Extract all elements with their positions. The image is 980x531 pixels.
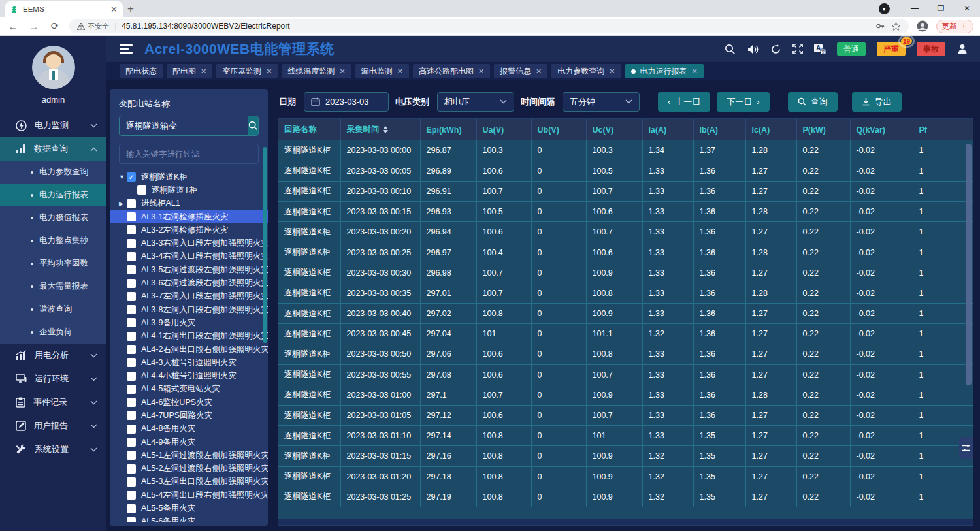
next-day-button[interactable]: 下一日 › xyxy=(717,92,769,112)
table-row[interactable]: 逐桐隧道K柜2023-03-03 01:00297.1100.70100.91.… xyxy=(278,385,973,405)
tree-filter-input[interactable] xyxy=(119,144,259,164)
tree-checkbox[interactable] xyxy=(127,305,136,314)
table-row[interactable]: 逐桐隧道K柜2023-03-03 00:30296.98100.70100.91… xyxy=(278,263,973,283)
tree-checkbox[interactable] xyxy=(127,332,136,341)
column-header-Uc(V)[interactable]: Uc(V) xyxy=(586,119,642,140)
workspace-tab-高速公路配电图[interactable]: 高速公路配电图✕ xyxy=(413,64,490,78)
table-row[interactable]: 逐桐隧道K柜2023-03-03 01:25297.19100.80100.91… xyxy=(278,487,973,507)
sidebar-item-电力监测[interactable]: 电力监测 xyxy=(0,114,106,137)
tree-item[interactable]: AL5-6备用火灾 xyxy=(110,515,268,522)
window-close-button[interactable]: ✕ xyxy=(954,0,980,17)
submenu-item-电力整点集抄[interactable]: 电力整点集抄 xyxy=(0,229,106,252)
tree-item[interactable]: AL3-5右洞过渡段左侧加强照明火灾 xyxy=(110,263,268,276)
column-header-Q(kVar)[interactable]: Q(kVar) xyxy=(850,119,913,140)
back-icon[interactable]: ← xyxy=(7,21,20,32)
column-header-回路名称[interactable]: 回路名称 xyxy=(278,119,340,140)
password-key-icon[interactable] xyxy=(875,22,885,31)
submenu-item-电力参数查询[interactable]: 电力参数查询 xyxy=(0,161,106,184)
tree-item[interactable]: AL3-3右洞入口段左侧加强照明火灾 xyxy=(110,236,268,249)
table-row[interactable]: 逐桐隧道K柜2023-03-03 01:10297.14100.801011.3… xyxy=(278,426,973,446)
tree-checkbox[interactable] xyxy=(127,425,136,434)
window-restore-button[interactable]: ❐ xyxy=(928,0,954,17)
tree-item[interactable]: AL4-2右洞出口段右侧加强照明火灾 xyxy=(110,343,268,356)
tab-close-icon[interactable]: ✕ xyxy=(339,67,345,76)
tree-item[interactable]: AL4-1右洞出口段左侧加强照明火灾 xyxy=(110,330,268,343)
interval-select[interactable]: 五分钟 xyxy=(563,92,640,112)
browser-tab[interactable]: EEMS ✕ xyxy=(5,1,123,17)
table-row[interactable]: 逐桐隧道K柜2023-03-03 00:00296.87100.30100.31… xyxy=(278,140,973,161)
tree-item[interactable]: AL3-2左洞检修插座火灾 xyxy=(110,223,268,236)
caret-down-icon[interactable]: ▼ xyxy=(119,174,127,180)
tree-item[interactable]: ▶进线柜AL1 xyxy=(110,197,268,210)
column-header-Ia(A)[interactable]: Ia(A) xyxy=(642,119,693,140)
sidebar-item-用户报告[interactable]: 用户报告 xyxy=(0,414,106,438)
column-header-Ic(A)[interactable]: Ic(A) xyxy=(745,119,796,140)
tree-item[interactable]: AL5-4左洞出口段右侧加强照明火灾 xyxy=(110,489,268,502)
tab-close-icon[interactable]: ✕ xyxy=(478,67,484,76)
table-row[interactable]: 逐桐隧道K柜2023-03-03 01:20297.18100.80100.91… xyxy=(278,466,973,487)
workspace-tab-配电状态[interactable]: 配电状态 xyxy=(120,64,163,78)
tab-close-icon[interactable]: ✕ xyxy=(609,67,615,76)
browser-update-button[interactable]: 更新 ⋮ xyxy=(936,20,974,33)
table-row[interactable]: 逐桐隧道K柜2023-03-03 00:10296.91100.70100.71… xyxy=(278,181,973,201)
export-button[interactable]: 导出 xyxy=(852,92,902,112)
tab-close-icon[interactable]: ✕ xyxy=(692,67,698,76)
tree-checkbox[interactable] xyxy=(127,451,136,460)
alarm-severe-button[interactable]: 严重 19 xyxy=(877,42,906,56)
tree-checkbox[interactable] xyxy=(127,199,136,208)
speaker-icon[interactable] xyxy=(747,44,759,55)
tree-item[interactable]: ▼✓逐桐隧道K柜 xyxy=(110,170,268,184)
table-row[interactable]: 逐桐隧道K柜2023-03-03 00:35297.01100.70100.81… xyxy=(278,283,973,303)
tree-item[interactable]: AL3-7左洞入口段左侧加强照明火灾 xyxy=(110,290,268,303)
tree-item[interactable]: AL5-3左洞出口段左侧加强照明火灾 xyxy=(110,475,268,489)
table-row[interactable]: 逐桐隧道K柜2023-03-03 00:25296.97100.40100.61… xyxy=(278,242,973,263)
user-icon[interactable] xyxy=(956,43,968,55)
sort-arrows-icon[interactable] xyxy=(383,126,388,133)
tree-checkbox[interactable] xyxy=(127,438,136,447)
table-row[interactable]: 逐桐隧道K柜2023-03-03 00:55297.08100.60100.71… xyxy=(278,364,973,385)
hamburger-menu-icon[interactable] xyxy=(120,44,133,54)
window-minimize-button[interactable]: — xyxy=(902,0,928,17)
table-row[interactable]: 逐桐隧道K柜2023-03-03 01:15297.16100.80100.91… xyxy=(278,446,973,466)
tree-checkbox[interactable] xyxy=(127,279,136,288)
tree-scrollbar[interactable] xyxy=(263,147,267,343)
voltage-select[interactable]: 相电压 xyxy=(437,92,514,112)
tree-item[interactable]: AL4-6监控UPS火灾 xyxy=(110,396,268,409)
tree-checkbox[interactable] xyxy=(127,504,136,513)
sidebar-item-事件记录[interactable]: 事件记录 xyxy=(0,391,106,414)
column-header-Pf[interactable]: Pf xyxy=(913,119,973,140)
prev-day-button[interactable]: ‹ 上一日 xyxy=(658,92,710,112)
tree-item[interactable]: AL4-9备用火灾 xyxy=(110,436,268,449)
sidebar-item-系统设置[interactable]: 系统设置 xyxy=(0,438,106,461)
tree-checkbox[interactable] xyxy=(127,372,136,381)
tree-checkbox[interactable] xyxy=(127,265,136,274)
table-row[interactable]: 逐桐隧道K柜2023-03-03 00:15296.93100.50100.61… xyxy=(278,202,973,222)
sidebar-item-用电分析[interactable]: 用电分析 xyxy=(0,344,106,367)
column-header-P(kW)[interactable]: P(kW) xyxy=(796,119,850,140)
tree-item[interactable]: AL5-5备用火灾 xyxy=(110,502,268,515)
tree-item[interactable]: AL3-6右洞过渡段右侧加强照明火灾 xyxy=(110,276,268,289)
workspace-tab-电力参数查询[interactable]: 电力参数查询✕ xyxy=(551,64,621,78)
tree-item[interactable]: AL4-5箱式变电站火灾 xyxy=(110,383,268,396)
tree-checkbox[interactable] xyxy=(127,225,136,234)
query-button[interactable]: 查询 xyxy=(788,92,838,112)
table-row[interactable]: 逐桐隧道K柜2023-03-03 01:05297.12100.60100.71… xyxy=(278,405,973,425)
submenu-item-谐波查询[interactable]: 谐波查询 xyxy=(0,298,106,321)
column-settings-handle[interactable] xyxy=(959,437,973,459)
tree-checkbox[interactable] xyxy=(127,212,136,221)
tree-item[interactable]: AL3-9备用火灾 xyxy=(110,316,268,329)
table-vertical-scrollbar[interactable] xyxy=(966,144,972,385)
tree-checkbox[interactable] xyxy=(127,252,136,261)
caret-right-icon[interactable]: ▶ xyxy=(119,201,127,207)
tab-close-icon[interactable]: ✕ xyxy=(536,67,542,76)
tree-item[interactable]: AL4-7UPS回路火灾 xyxy=(110,409,268,422)
submenu-item-电力极值报表[interactable]: 电力极值报表 xyxy=(0,206,106,229)
workspace-tab-变压器监测[interactable]: 变压器监测✕ xyxy=(216,64,278,78)
forward-icon[interactable]: → xyxy=(27,21,41,32)
station-search-input[interactable] xyxy=(120,116,248,135)
tree-item[interactable]: AL5-2左洞过渡段右侧加强照明火灾 xyxy=(110,462,268,475)
address-bar[interactable]: 不安全 | 45.81.195.134:8090/3000WEBV2/Elect… xyxy=(69,19,909,33)
submenu-item-电力运行报表[interactable]: 电力运行报表 xyxy=(0,184,106,206)
tree-checkbox[interactable] xyxy=(127,464,136,474)
station-search-button[interactable] xyxy=(248,116,258,135)
